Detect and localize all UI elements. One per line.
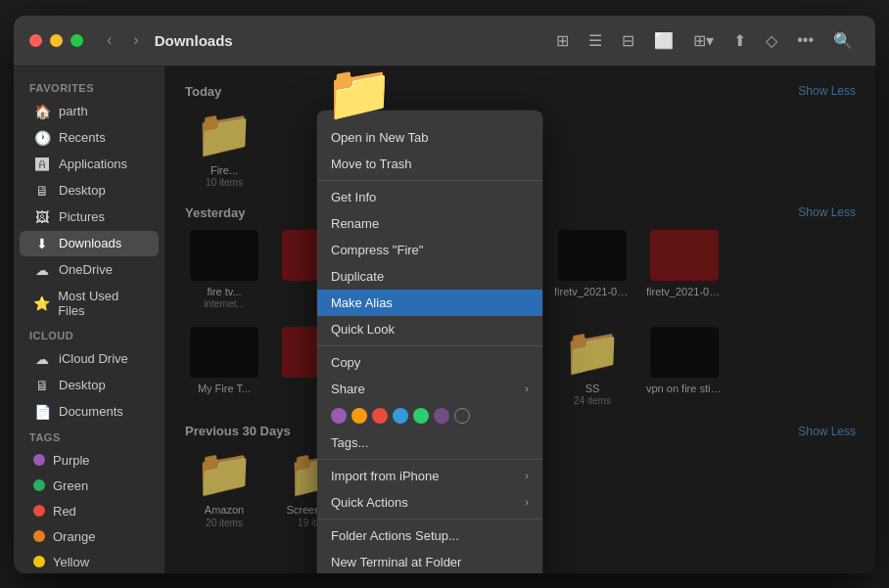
icloud-icon: ☁ [33, 351, 51, 367]
sidebar-item-label: Most Used Files [58, 289, 145, 318]
cm-make-alias[interactable]: Make Alias [317, 290, 542, 316]
main-area: Favorites 🏠 parth 🕐 Recents 🅰 Applicatio… [14, 67, 875, 573]
sidebar-item-purple[interactable]: Purple [20, 448, 159, 473]
back-button[interactable]: ‹ [101, 27, 117, 53]
window-title: Downloads [155, 32, 540, 49]
cm-separator-3 [317, 459, 542, 460]
finder-window: ‹ › Downloads ⊞ ☰ ⊟ ⬜ ⊞▾ ⬆ ◇ ••• 🔍 Favor… [14, 16, 875, 573]
sidebar-item-label: Desktop [59, 378, 106, 392]
submenu-arrow: › [525, 383, 529, 394]
cm-copy[interactable]: Copy [317, 349, 542, 376]
sidebar-item-parth[interactable]: 🏠 parth [20, 99, 159, 124]
icloud-label: iCloud [14, 324, 164, 345]
pictures-icon: 🖼 [33, 209, 51, 225]
cm-separator-1 [317, 180, 542, 181]
cm-move-to-trash[interactable]: Move to Trash [317, 151, 542, 177]
sidebar-item-label: iCloud Drive [59, 351, 128, 366]
tags-label: Tags [14, 426, 164, 447]
cm-rename[interactable]: Rename [317, 210, 542, 237]
icon-gallery-view[interactable]: ⬜ [647, 26, 680, 55]
tag-label: Orange [53, 529, 95, 544]
sidebar: Favorites 🏠 parth 🕐 Recents 🅰 Applicatio… [14, 67, 165, 573]
sidebar-item-orange[interactable]: Orange [20, 524, 159, 549]
cm-label: Quick Look [331, 322, 395, 337]
icon-share[interactable]: ⬆ [726, 26, 753, 55]
sidebar-item-label: Downloads [59, 236, 121, 250]
cm-folder-actions[interactable]: Folder Actions Setup... [317, 522, 542, 549]
cm-open-new-tab[interactable]: Open in New Tab [317, 124, 542, 151]
sidebar-item-label: parth [59, 104, 88, 118]
recents-icon: 🕐 [33, 130, 51, 146]
icon-sort[interactable]: ⊞▾ [686, 26, 721, 55]
cm-tags[interactable]: Tags... [317, 430, 542, 456]
cm-duplicate[interactable]: Duplicate [317, 263, 542, 290]
cm-label: New Terminal at Folder [331, 555, 461, 569]
swatch-green[interactable] [413, 408, 429, 424]
cm-separator-4 [317, 519, 542, 520]
cm-label: Tags... [331, 435, 368, 450]
icon-tag[interactable]: ◇ [759, 26, 784, 55]
content-area: Today Show Less 📁 Fire... 10 items Yeste… [165, 67, 875, 573]
submenu-arrow: › [525, 470, 529, 481]
sidebar-item-label: Documents [59, 404, 123, 419]
swatch-orange[interactable] [351, 408, 367, 424]
context-folder-icon: 📁 [325, 67, 394, 125]
swatch-purple2[interactable] [434, 408, 449, 424]
cm-label: Duplicate [331, 269, 384, 284]
desktop-icon: 🖥 [33, 183, 51, 199]
close-button[interactable] [29, 34, 42, 47]
icon-more[interactable]: ••• [790, 26, 820, 54]
sidebar-item-applications[interactable]: 🅰 Applications [20, 152, 159, 177]
swatch-red[interactable] [372, 408, 388, 424]
downloads-icon: ⬇ [33, 236, 51, 251]
icloud-desktop-icon: 🖥 [33, 378, 51, 393]
cm-label: Folder Actions Setup... [331, 528, 459, 543]
cm-share[interactable]: Share › [317, 376, 542, 402]
swatch-blue[interactable] [393, 408, 408, 424]
cm-label: Make Alias [331, 295, 393, 310]
orange-dot [33, 530, 45, 542]
sidebar-item-icloud-drive[interactable]: ☁ iCloud Drive [20, 346, 159, 372]
purple-dot [33, 454, 45, 466]
submenu-arrow: › [525, 496, 529, 508]
titlebar: ‹ › Downloads ⊞ ☰ ⊟ ⬜ ⊞▾ ⬆ ◇ ••• 🔍 [14, 16, 875, 67]
cm-label: Open in New Tab [331, 130, 429, 145]
sidebar-item-label: Desktop [59, 183, 106, 198]
swatch-purple[interactable] [331, 408, 347, 424]
tag-label: Purple [53, 453, 90, 468]
cm-get-info[interactable]: Get Info [317, 184, 542, 210]
cm-quick-look[interactable]: Quick Look [317, 316, 542, 342]
tag-label: Red [53, 504, 76, 519]
sidebar-item-desktop[interactable]: 🖥 Desktop [20, 178, 159, 204]
icon-grid-view[interactable]: ⊞ [549, 26, 576, 55]
sidebar-item-red[interactable]: Red [20, 499, 159, 523]
sidebar-item-recents[interactable]: 🕐 Recents [20, 125, 159, 151]
minimize-button[interactable] [50, 34, 63, 47]
cm-compress[interactable]: Compress "Fire" [317, 237, 542, 263]
cm-quick-actions[interactable]: Quick Actions › [317, 489, 542, 516]
sidebar-item-pictures[interactable]: 🖼 Pictures [20, 204, 159, 230]
toolbar-icons: ⊞ ☰ ⊟ ⬜ ⊞▾ ⬆ ◇ ••• 🔍 [549, 26, 860, 55]
tag-label: Yellow [53, 555, 89, 569]
search-icon[interactable]: 🔍 [826, 26, 860, 55]
yellow-dot [33, 556, 45, 567]
sidebar-item-most-used[interactable]: ⭐ Most Used Files [20, 284, 159, 323]
favorites-label: Favorites [14, 76, 164, 98]
cm-new-terminal[interactable]: New Terminal at Folder [317, 549, 542, 573]
swatch-none[interactable] [454, 408, 470, 424]
icon-column-view[interactable]: ⊟ [615, 26, 641, 55]
sidebar-item-label: OneDrive [59, 262, 113, 277]
forward-button[interactable]: › [127, 27, 144, 53]
sidebar-item-documents[interactable]: 📄 Documents [20, 399, 159, 425]
sidebar-item-onedrive[interactable]: ☁ OneDrive [20, 257, 159, 283]
cm-import-iphone[interactable]: Import from iPhone › [317, 463, 542, 489]
sidebar-item-icloud-desktop[interactable]: 🖥 Desktop [20, 373, 159, 398]
context-menu: 📁 Open in New Tab Move to Trash Get Info… [317, 111, 542, 573]
green-dot [33, 479, 45, 491]
sidebar-item-downloads[interactable]: ⬇ Downloads [20, 231, 159, 256]
icon-list-view[interactable]: ☰ [582, 26, 609, 55]
sidebar-item-yellow[interactable]: Yellow [20, 550, 159, 573]
onedrive-icon: ☁ [33, 262, 51, 278]
sidebar-item-green[interactable]: Green [20, 474, 159, 498]
maximize-button[interactable] [70, 34, 83, 47]
